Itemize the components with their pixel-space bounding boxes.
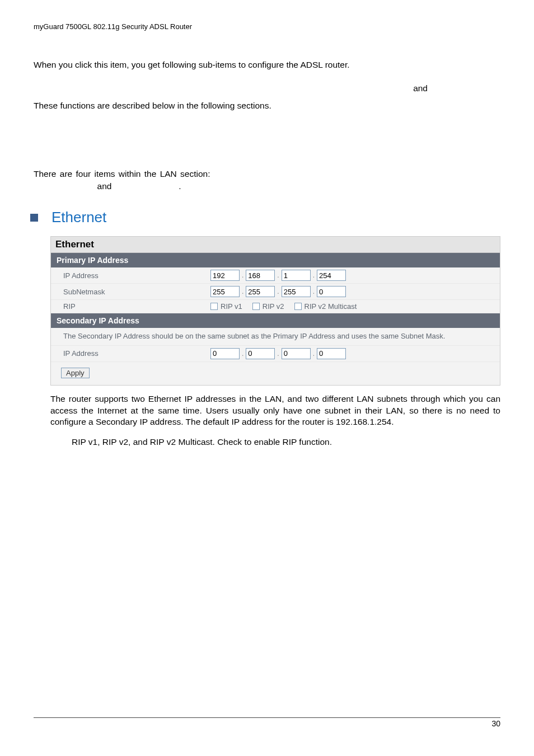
subnet-row: SubNetmask . . . <box>51 284 500 300</box>
bullet-square-icon <box>30 214 38 222</box>
ip2-octet-2[interactable] <box>246 348 275 359</box>
secondary-ip-header: Secondary IP Address <box>51 313 500 328</box>
and-text: and <box>34 82 500 95</box>
secondary-ip-note: The Secondary IP Address should be on th… <box>51 328 500 345</box>
ip-address-row: IP Address . . . <box>51 267 500 284</box>
ip2-octet-3[interactable] <box>282 348 311 359</box>
ip2-octet-1[interactable] <box>210 348 240 359</box>
ip-octet-2[interactable] <box>246 270 275 281</box>
ip-octet-1[interactable] <box>210 270 240 281</box>
rip-v2-multicast-checkbox[interactable] <box>294 303 302 310</box>
rip-v1-checkbox[interactable] <box>210 303 218 310</box>
ip-address-label: IP Address <box>57 271 210 280</box>
lan-intro-and: and <box>97 181 112 191</box>
rip-v1-label: RIP v1 <box>221 302 242 311</box>
doc-header: myGuard 7500GL 802.11g Security ADSL Rou… <box>34 22 500 31</box>
section-heading-text: Ethernet <box>51 209 106 226</box>
lan-intro: There are four items within the LAN sect… <box>34 168 500 192</box>
ip-octet-4[interactable] <box>317 270 346 281</box>
lan-intro-prefix: There are four items within the LAN sect… <box>34 169 210 179</box>
rip-description: RIP v1, RIP v2, and RIP v2 Multicast. Ch… <box>50 437 500 447</box>
dot-icon: . <box>277 350 279 358</box>
page-number: 30 <box>491 719 500 728</box>
rip-label: RIP <box>57 302 210 311</box>
apply-button[interactable]: Apply <box>61 368 90 378</box>
apply-row: Apply <box>51 362 500 385</box>
secondary-ip-label: IP Address <box>57 349 210 358</box>
secondary-ip-row: IP Address . . . <box>51 346 500 362</box>
subnet-label: SubNetmask <box>57 288 210 296</box>
mask-octet-3[interactable] <box>282 286 311 297</box>
rip-v2-multicast-label: RIP v2 Multicast <box>305 302 357 311</box>
dot-icon: . <box>313 350 315 358</box>
intro-paragraph-1: When you click this item, you get follow… <box>34 59 500 71</box>
rip-v2-label: RIP v2 <box>263 302 284 311</box>
section-heading-row: Ethernet <box>30 209 500 226</box>
dot-icon: . <box>277 271 279 279</box>
mask-octet-4[interactable] <box>317 286 346 297</box>
description-paragraph: The router supports two Ethernet IP addr… <box>50 393 500 429</box>
intro-paragraph-2: These functions are described below in t… <box>34 100 500 112</box>
rip-v2-checkbox[interactable] <box>252 303 260 310</box>
ip2-octet-4[interactable] <box>317 348 346 359</box>
rip-row: RIP RIP v1 RIP v2 RIP v2 Multicast <box>51 300 500 313</box>
dot-icon: . <box>242 288 243 295</box>
primary-ip-header: Primary IP Address <box>51 253 500 267</box>
ip-octet-3[interactable] <box>282 270 311 281</box>
panel-title: Ethernet <box>51 237 500 253</box>
ethernet-panel: Ethernet Primary IP Address IP Address .… <box>50 236 500 385</box>
mask-octet-1[interactable] <box>210 286 240 297</box>
page-footer: 30 <box>34 717 500 728</box>
mask-octet-2[interactable] <box>246 286 275 297</box>
dot-icon: . <box>313 271 315 279</box>
lan-intro-dot: . <box>179 181 181 191</box>
dot-icon: . <box>277 288 279 295</box>
dot-icon: . <box>242 350 243 358</box>
dot-icon: . <box>313 288 315 295</box>
dot-icon: . <box>242 271 243 279</box>
